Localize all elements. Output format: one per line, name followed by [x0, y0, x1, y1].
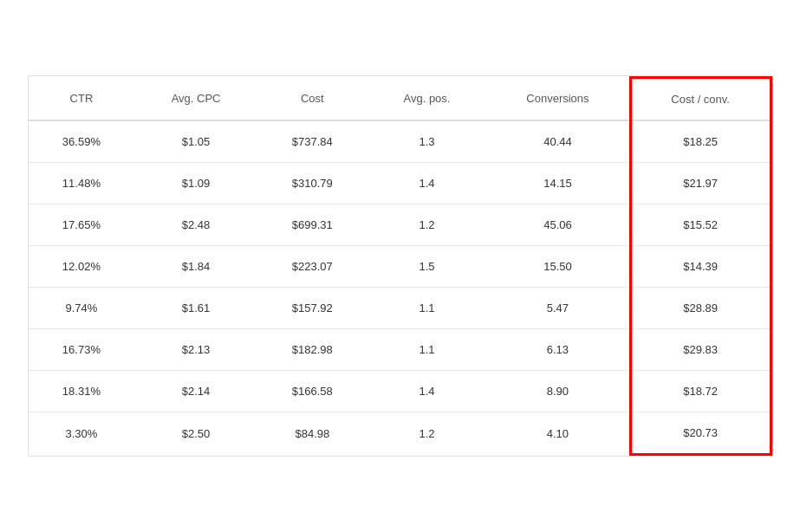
cell-cost: $157.92 [257, 288, 367, 329]
cell-avg-cpc: $1.61 [134, 288, 257, 329]
cell-ctr: 36.59% [29, 120, 135, 163]
cell-ctr: 11.48% [29, 163, 135, 204]
cell-cost-conv: $20.73 [630, 412, 771, 455]
cell-avg-pos: 1.1 [367, 329, 486, 371]
cell-avg-cpc: $2.14 [134, 371, 257, 412]
table-row: 17.65%$2.48$699.311.245.06$15.52 [29, 204, 771, 246]
cell-avg-pos: 1.2 [367, 412, 486, 455]
cell-ctr: 12.02% [29, 246, 135, 288]
table-row: 12.02%$1.84$223.071.515.50$14.39 [29, 246, 771, 288]
cell-conversions: 45.06 [486, 204, 630, 246]
table-row: 16.73%$2.13$182.981.16.13$29.83 [29, 329, 771, 371]
cell-avg-pos: 1.1 [367, 288, 486, 329]
cell-avg-pos: 1.4 [367, 371, 486, 412]
cell-cost-conv: $21.97 [630, 163, 771, 204]
cell-cost: $699.31 [257, 204, 367, 246]
cell-cost-conv: $15.52 [630, 204, 771, 246]
cell-conversions: 14.15 [486, 163, 630, 204]
cell-avg-pos: 1.4 [367, 163, 486, 204]
table-row: 3.30%$2.50$84.981.24.10$20.73 [29, 412, 771, 455]
cell-ctr: 16.73% [29, 329, 135, 371]
cell-cost: $223.07 [257, 246, 367, 288]
header-avg-cpc: Avg. CPC [134, 78, 257, 121]
cell-avg-cpc: $2.13 [134, 329, 257, 371]
cell-cost: $737.84 [257, 120, 367, 163]
header-cost: Cost [257, 78, 367, 121]
cell-conversions: 40.44 [486, 120, 630, 163]
data-table: CTR Avg. CPC Cost Avg. pos. Conversions … [28, 75, 773, 457]
cell-cost-conv: $18.25 [630, 120, 771, 163]
cell-cost: $166.58 [257, 371, 367, 412]
cell-avg-cpc: $1.05 [134, 120, 257, 163]
table-row: 11.48%$1.09$310.791.414.15$21.97 [29, 163, 771, 204]
cell-ctr: 17.65% [29, 204, 135, 246]
cell-conversions: 4.10 [486, 412, 630, 455]
cell-ctr: 3.30% [29, 412, 135, 455]
header-ctr: CTR [29, 78, 135, 121]
cell-cost: $182.98 [257, 329, 367, 371]
cell-conversions: 5.47 [486, 288, 630, 329]
header-conversions: Conversions [486, 78, 630, 121]
cell-cost: $84.98 [257, 412, 367, 455]
header-avg-pos: Avg. pos. [367, 78, 486, 121]
cell-ctr: 9.74% [29, 288, 135, 329]
table-row: 18.31%$2.14$166.581.48.90$18.72 [29, 371, 771, 412]
cell-avg-cpc: $2.48 [134, 204, 257, 246]
cell-avg-pos: 1.2 [367, 204, 486, 246]
table-row: 9.74%$1.61$157.921.15.47$28.89 [29, 288, 771, 329]
table-header-row: CTR Avg. CPC Cost Avg. pos. Conversions … [29, 78, 771, 121]
cell-avg-cpc: $1.84 [134, 246, 257, 288]
cell-conversions: 15.50 [486, 246, 630, 288]
cell-conversions: 8.90 [486, 371, 630, 412]
header-cost-conv: Cost / conv. [630, 78, 771, 121]
cell-avg-pos: 1.3 [367, 120, 486, 163]
cell-avg-cpc: $2.50 [134, 412, 257, 455]
cell-cost: $310.79 [257, 163, 367, 204]
cell-ctr: 18.31% [29, 371, 135, 412]
cell-cost-conv: $14.39 [630, 246, 771, 288]
table-row: 36.59%$1.05$737.841.340.44$18.25 [29, 120, 771, 163]
cell-cost-conv: $18.72 [630, 371, 771, 412]
cell-avg-pos: 1.5 [367, 246, 486, 288]
cell-cost-conv: $29.83 [630, 329, 771, 371]
cell-conversions: 6.13 [486, 329, 630, 371]
cell-cost-conv: $28.89 [630, 288, 771, 329]
cell-avg-cpc: $1.09 [134, 163, 257, 204]
